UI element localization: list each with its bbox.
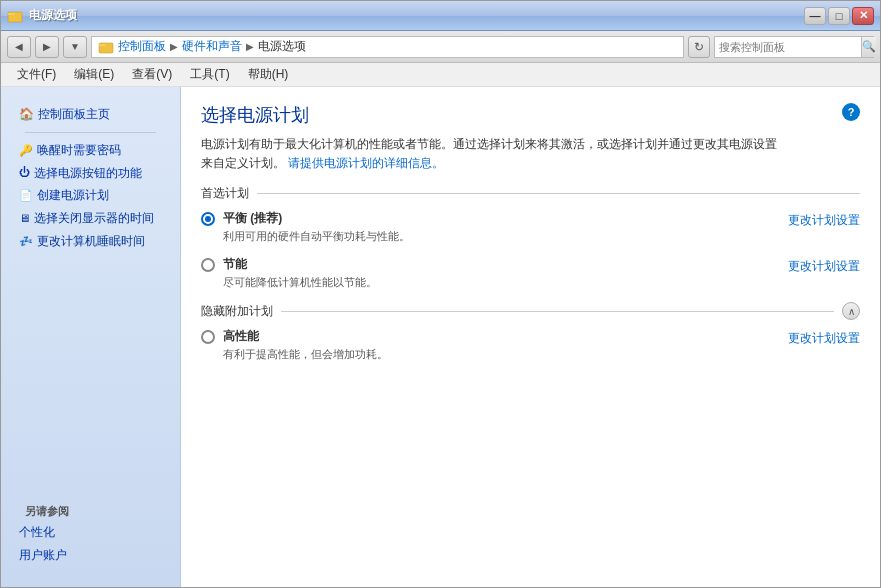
preferred-section-header: 首选计划	[201, 185, 860, 202]
menu-view[interactable]: 查看(V)	[124, 64, 180, 85]
svg-rect-3	[99, 44, 106, 46]
plan-powersave-left: 节能 尽可能降低计算机性能以节能。	[201, 256, 377, 290]
menu-file[interactable]: 文件(F)	[9, 64, 64, 85]
desc-line2: 来自定义计划。	[201, 156, 285, 170]
menubar: 文件(F) 编辑(E) 查看(V) 工具(T) 帮助(H)	[1, 63, 880, 87]
radio-powersave[interactable]	[201, 258, 215, 272]
close-button[interactable]: ✕	[852, 7, 874, 25]
plan-balanced-name: 平衡 (推荐)	[223, 210, 410, 227]
sidebar-also-see-section: 另请参阅 个性化 用户账户	[1, 496, 180, 575]
window-title: 电源选项	[29, 7, 77, 24]
plan-powersave-desc: 尽可能降低计算机性能以节能。	[223, 275, 377, 290]
preferred-section-line	[257, 193, 860, 194]
path-control-panel[interactable]: 控制面板	[118, 38, 166, 55]
plan-powersave-name: 节能	[223, 256, 377, 273]
sidebar-also-see-title: 另请参阅	[13, 500, 168, 521]
home-icon: 🏠	[19, 106, 34, 123]
content-area: 选择电源计划 ? 电源计划有助于最大化计算机的性能或者节能。通过选择计划来将其激…	[181, 87, 880, 587]
plan-powersave-info: 节能 尽可能降低计算机性能以节能。	[223, 256, 377, 290]
titlebar-left: 电源选项	[7, 7, 77, 24]
path-hardware-sound[interactable]: 硬件和声音	[182, 38, 242, 55]
sidebar-item-create-plan[interactable]: 📄 创建电源计划	[13, 184, 168, 207]
hidden-section-line	[281, 311, 834, 312]
sidebar: 🏠 控制面板主页 🔑 唤醒时需要密码 ⏻ 选择电源按钮的功能 📄 创建电源计划	[1, 87, 181, 587]
plan-highperf-info: 高性能 有利于提高性能，但会增加功耗。	[223, 328, 388, 362]
lock-icon: 🔑	[19, 143, 33, 158]
plan-balanced-left: 平衡 (推荐) 利用可用的硬件自动平衡功耗与性能。	[201, 210, 410, 244]
sidebar-item-power-button[interactable]: ⏻ 选择电源按钮的功能	[13, 162, 168, 185]
sidebar-item-personalize[interactable]: 个性化	[13, 521, 168, 544]
back-button[interactable]: ◀	[7, 36, 31, 58]
minimize-button[interactable]: —	[804, 7, 826, 25]
maximize-button[interactable]: □	[828, 7, 850, 25]
content-header: 选择电源计划 ?	[201, 103, 860, 127]
menu-edit[interactable]: 编辑(E)	[66, 64, 122, 85]
plan-powersave-change-link[interactable]: 更改计划设置	[788, 258, 860, 275]
path-sep-2: ▶	[246, 41, 254, 52]
menu-tools[interactable]: 工具(T)	[182, 64, 237, 85]
help-button[interactable]: ?	[842, 103, 860, 121]
sidebar-item-sleep-time[interactable]: 💤 更改计算机睡眠时间	[13, 230, 168, 253]
titlebar-buttons: — □ ✕	[804, 7, 874, 25]
plan-item-powersave: 节能 尽可能降低计算机性能以节能。 更改计划设置	[201, 256, 860, 290]
hidden-section-title: 隐藏附加计划	[201, 303, 273, 320]
plan-balanced-info: 平衡 (推荐) 利用可用的硬件自动平衡功耗与性能。	[223, 210, 410, 244]
plan-item-balanced: 平衡 (推荐) 利用可用的硬件自动平衡功耗与性能。 更改计划设置	[201, 210, 860, 244]
radio-balanced[interactable]	[201, 212, 215, 226]
refresh-button[interactable]: ↻	[688, 36, 710, 58]
sidebar-item-wakeup[interactable]: 🔑 唤醒时需要密码	[13, 139, 168, 162]
window-icon	[7, 8, 23, 24]
menu-help[interactable]: 帮助(H)	[240, 64, 297, 85]
path-sep-1: ▶	[170, 41, 178, 52]
address-path: 控制面板 ▶ 硬件和声音 ▶ 电源选项	[91, 36, 684, 58]
sidebar-item-user-accounts[interactable]: 用户账户	[13, 544, 168, 567]
preferred-section-title: 首选计划	[201, 185, 249, 202]
desc-link[interactable]: 请提供电源计划的详细信息。	[288, 156, 444, 170]
radio-highperf[interactable]	[201, 330, 215, 344]
path-current: 电源选项	[258, 38, 306, 55]
titlebar: 电源选项 — □ ✕	[1, 1, 880, 31]
main-window: 电源选项 — □ ✕ ◀ ▶ ▼ 控制面板 ▶ 硬件和声音 ▶ 电源选项 ↻ 🔍	[0, 0, 881, 588]
monitor-icon: 🖥	[19, 211, 30, 226]
main-area: 🏠 控制面板主页 🔑 唤醒时需要密码 ⏻ 选择电源按钮的功能 📄 创建电源计划	[1, 87, 880, 587]
search-box: 🔍	[714, 36, 874, 58]
sidebar-main-section: 🏠 控制面板主页 🔑 唤醒时需要密码 ⏻ 选择电源按钮的功能 📄 创建电源计划	[1, 99, 180, 261]
page-title: 选择电源计划	[201, 103, 309, 127]
search-input[interactable]	[715, 41, 861, 53]
sidebar-divider-1	[25, 132, 156, 133]
sidebar-spacer	[1, 261, 180, 497]
forward-button[interactable]: ▶	[35, 36, 59, 58]
sidebar-item-display-time[interactable]: 🖥 选择关闭显示器的时间	[13, 207, 168, 230]
search-button[interactable]: 🔍	[861, 37, 876, 57]
plan-highperf-change-link[interactable]: 更改计划设置	[788, 330, 860, 347]
page-description: 电源计划有助于最大化计算机的性能或者节能。通过选择计划来将其激活，或选择计划并通…	[201, 135, 860, 173]
toggle-hidden-button[interactable]: ∧	[842, 302, 860, 320]
plan-balanced-change-link[interactable]: 更改计划设置	[788, 212, 860, 229]
folder-icon	[98, 39, 114, 55]
sleep-icon: 💤	[19, 234, 33, 249]
plan-balanced-desc: 利用可用的硬件自动平衡功耗与性能。	[223, 229, 410, 244]
plan-highperf-desc: 有利于提高性能，但会增加功耗。	[223, 347, 388, 362]
svg-rect-1	[8, 13, 15, 15]
plan-highperf-name: 高性能	[223, 328, 388, 345]
plan-item-highperf: 高性能 有利于提高性能，但会增加功耗。 更改计划设置	[201, 328, 860, 362]
power-icon: ⏻	[19, 165, 30, 180]
plan-highperf-left: 高性能 有利于提高性能，但会增加功耗。	[201, 328, 388, 362]
sidebar-item-home[interactable]: 🏠 控制面板主页	[13, 103, 168, 126]
desc-line1: 电源计划有助于最大化计算机的性能或者节能。通过选择计划来将其激活，或选择计划并通…	[201, 137, 777, 151]
create-icon: 📄	[19, 188, 33, 203]
hidden-section-header: 隐藏附加计划 ∧	[201, 302, 860, 320]
address-bar: ◀ ▶ ▼ 控制面板 ▶ 硬件和声音 ▶ 电源选项 ↻ 🔍	[1, 31, 880, 63]
dropdown-button[interactable]: ▼	[63, 36, 87, 58]
